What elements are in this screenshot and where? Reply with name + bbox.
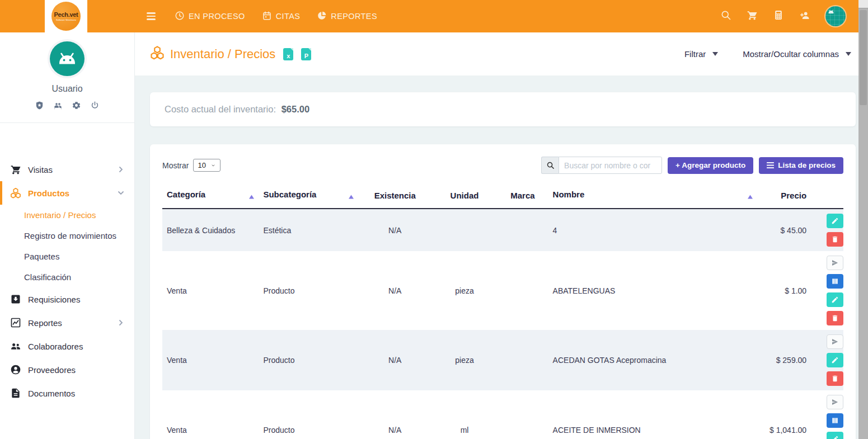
send-row-button[interactable] xyxy=(827,256,843,270)
edit-row-button[interactable] xyxy=(827,214,843,228)
cart-icon[interactable] xyxy=(747,10,758,23)
cell-existencia: N/A xyxy=(358,330,432,390)
export-excel-icon[interactable]: x xyxy=(283,48,293,60)
delete-row-button[interactable] xyxy=(827,371,843,386)
page-size-select[interactable]: 10 xyxy=(193,159,220,172)
delete-row-button[interactable] xyxy=(827,232,843,247)
list-icon xyxy=(767,162,774,168)
header-actions: Filtrar Mostrar/Ocultar columnas xyxy=(684,49,851,59)
nav-item-en-proceso[interactable]: EN PROCESO xyxy=(175,11,245,22)
table-row: Venta Producto N/A ml ACEITE DE INMERSIO… xyxy=(162,390,843,439)
boxes-icon xyxy=(10,187,21,199)
edit-row-button[interactable] xyxy=(827,353,843,367)
delete-icon xyxy=(831,314,839,322)
sidebar-item-requisiciones[interactable]: Requisiciones xyxy=(0,287,134,311)
vertical-scrollbar[interactable] xyxy=(858,0,868,439)
badge-icon[interactable] xyxy=(35,101,44,112)
sidebar-item-proveedores[interactable]: Proveedores xyxy=(0,358,134,381)
inventory-cost-banner: Costo actual del inventario: $65.00 xyxy=(150,92,856,126)
cost-value: $65.00 xyxy=(281,104,309,114)
add-product-button[interactable]: + Agregar producto xyxy=(668,157,753,174)
cell-nombre: ACEDAN GOTAS Acepromacina xyxy=(548,330,757,390)
col-header-marca[interactable]: Marca xyxy=(497,183,548,209)
cell-unidad xyxy=(432,209,498,251)
columns-icon xyxy=(831,277,839,285)
delete-icon xyxy=(831,375,839,383)
person-add-icon[interactable] xyxy=(799,10,810,23)
table-row: Belleza & Cuidados Estética N/A 4 $ 45.0… xyxy=(162,209,843,251)
clock-icon xyxy=(175,11,185,22)
sidebar-user-avatar[interactable] xyxy=(50,41,85,76)
nav-item-citas[interactable]: CITAS xyxy=(262,11,301,22)
scrollbar-thumb[interactable] xyxy=(860,10,867,105)
col-header-actions xyxy=(811,183,843,209)
cell-precio: $ 259.00 xyxy=(757,330,811,390)
show-hide-columns-dropdown[interactable]: Mostrar/Ocultar columnas xyxy=(743,49,851,59)
sidebar-item-registro-de-movimientos[interactable]: Registro de movimientos xyxy=(0,225,134,246)
user-avatar[interactable] xyxy=(825,6,846,26)
sidebar-item-colaboradores[interactable]: Colaboradores xyxy=(0,334,134,358)
delete-row-button[interactable] xyxy=(827,311,843,325)
col-header-subcategoria[interactable]: Subcategoría xyxy=(259,183,358,209)
sidebar-item-visitas[interactable]: Visitas xyxy=(0,158,134,181)
search-icon[interactable] xyxy=(720,10,731,23)
sidebar-item-inventario-precios[interactable]: Inventario / Precios xyxy=(0,205,134,225)
edit-row-button[interactable] xyxy=(827,432,843,439)
cell-existencia: N/A xyxy=(358,209,432,251)
team-icon[interactable] xyxy=(53,101,63,112)
table-row: Venta Producto N/A pieza ACEDAN GOTAS Ac… xyxy=(162,330,843,390)
inventory-table-body: Belleza & Cuidados Estética N/A 4 $ 45.0… xyxy=(162,209,843,439)
send-row-button[interactable] xyxy=(827,334,843,349)
app-screen: Pech.vet Software Veterinario EN PROCESO… xyxy=(0,0,868,439)
page-size-value: 10 xyxy=(198,161,205,169)
chevron-down-icon xyxy=(210,164,216,167)
price-list-button[interactable]: Lista de precios xyxy=(759,157,843,174)
edit-icon xyxy=(831,217,839,225)
search-input[interactable] xyxy=(559,157,662,174)
cell-categoria: Belleza & Cuidados xyxy=(162,209,259,251)
nav-item-label: CITAS xyxy=(276,12,301,21)
col-header-categoria[interactable]: Categoría xyxy=(162,183,259,209)
person-circle-icon xyxy=(10,364,21,375)
nav-item-label: REPORTES xyxy=(331,12,377,21)
cell-categoria: Venta xyxy=(162,390,259,439)
sidebar-item-documentos[interactable]: Documentos xyxy=(0,381,134,405)
add-product-label: + Agregar producto xyxy=(675,161,745,169)
main-content: Inventario / Precios x P Filtrar Mostrar… xyxy=(134,32,868,439)
export-pdf-icon[interactable]: P xyxy=(301,48,311,60)
sort-asc-icon xyxy=(349,191,354,201)
gear-icon[interactable] xyxy=(72,101,81,112)
cell-precio: $ 45.00 xyxy=(757,209,811,251)
nav-item-reportes[interactable]: REPORTES xyxy=(317,11,377,22)
app-logo[interactable]: Pech.vet Software Veterinario xyxy=(45,0,87,32)
sidebar-item-paquetes[interactable]: Paquetes xyxy=(0,246,134,267)
columns-row-button[interactable] xyxy=(827,274,843,289)
col-header-existencia[interactable]: Existencia xyxy=(358,183,432,209)
power-icon[interactable] xyxy=(90,101,100,112)
sidebar-item-label: Proveedores xyxy=(28,365,76,375)
show-label: Mostrar xyxy=(162,161,189,170)
sidebar-item-label: Paquetes xyxy=(24,251,59,262)
hamburger-menu-icon[interactable] xyxy=(144,10,158,22)
chart-icon xyxy=(10,317,21,328)
sidebar-item-label: Visitas xyxy=(28,165,53,174)
sidebar-item-productos[interactable]: Productos xyxy=(0,181,134,205)
col-header-precio[interactable]: Precio xyxy=(757,183,811,209)
sidebar-item-reportes[interactable]: Reportes xyxy=(0,311,134,334)
columns-label: Mostrar/Ocultar columnas xyxy=(743,49,839,59)
logo-circle: Pech.vet Software Veterinario xyxy=(51,2,81,31)
calculator-icon[interactable] xyxy=(773,10,784,23)
sidebar-item-clasificacion[interactable]: Clasificación xyxy=(0,267,134,287)
people-icon xyxy=(10,341,21,352)
filter-dropdown[interactable]: Filtrar xyxy=(684,49,718,59)
columns-row-button[interactable] xyxy=(827,413,843,428)
edit-row-button[interactable] xyxy=(827,292,843,307)
col-header-unidad[interactable]: Unidad xyxy=(432,183,498,209)
inbox-icon xyxy=(10,294,21,305)
col-header-nombre[interactable]: Nombre xyxy=(548,183,757,209)
table-actions: + Agregar producto Lista de precios xyxy=(541,157,843,174)
cell-nombre: 4 xyxy=(548,209,757,251)
send-icon xyxy=(831,338,839,346)
document-icon xyxy=(10,388,21,399)
send-row-button[interactable] xyxy=(827,395,843,409)
